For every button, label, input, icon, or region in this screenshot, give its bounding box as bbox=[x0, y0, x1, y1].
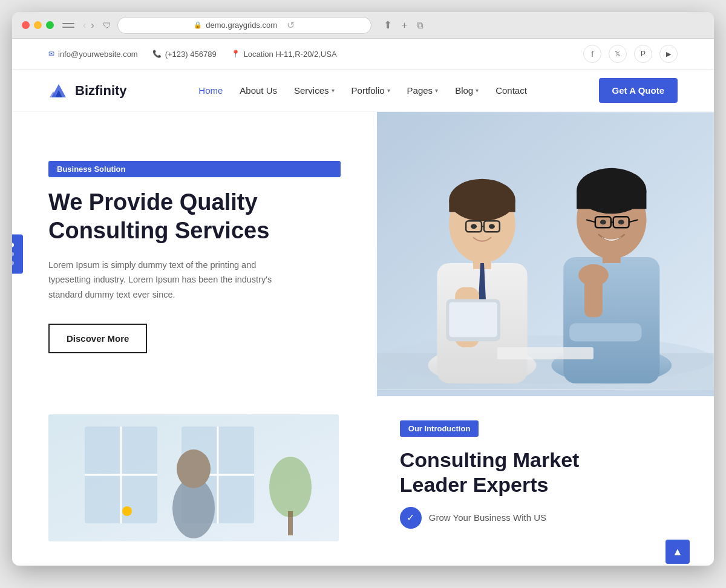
intro-icon-circle: ✓ bbox=[400, 507, 422, 529]
svg-rect-37 bbox=[497, 347, 594, 359]
svg-point-48 bbox=[177, 449, 211, 488]
minimize-dot[interactable] bbox=[34, 21, 42, 29]
location-icon: 📍 bbox=[231, 50, 240, 58]
top-bar-left: ✉ info@yourwebsite.com 📞 (+123) 456789 📍… bbox=[48, 50, 337, 59]
nav-pages[interactable]: Pages ▾ bbox=[407, 85, 439, 96]
discover-more-button[interactable]: Discover More bbox=[48, 324, 147, 353]
svg-point-16 bbox=[489, 224, 495, 229]
svg-rect-26 bbox=[577, 191, 646, 209]
svg-rect-36 bbox=[569, 323, 641, 341]
browser-nav: ‹ › bbox=[83, 20, 94, 31]
email-icon: ✉ bbox=[48, 50, 54, 58]
intro-section: Our Introduction Consulting MarketLeader… bbox=[12, 396, 714, 566]
location-item: 📍 Location H-11,R-20/2,USA bbox=[231, 50, 337, 59]
location-text: Location H-11,R-20/2,USA bbox=[244, 50, 337, 59]
maximize-dot[interactable] bbox=[46, 21, 54, 29]
svg-rect-11 bbox=[450, 200, 515, 212]
svg-rect-46 bbox=[288, 511, 293, 535]
logo-icon bbox=[48, 80, 69, 101]
svg-rect-22 bbox=[563, 257, 659, 384]
svg-point-45 bbox=[269, 457, 312, 517]
sidebar-toggle[interactable] bbox=[62, 23, 74, 28]
address-bar[interactable]: 🔒 demo.graygrids.com ↺ bbox=[117, 17, 371, 34]
close-dot[interactable] bbox=[22, 21, 30, 29]
svg-rect-20 bbox=[450, 302, 498, 338]
scroll-dot-2 bbox=[12, 252, 14, 256]
youtube-icon[interactable]: ▶ bbox=[659, 45, 678, 63]
navbar: Bizfinity Home About Us Services ▾ Portf… bbox=[12, 70, 714, 112]
twitter-icon[interactable]: 𝕏 bbox=[609, 45, 627, 63]
top-bar: ✉ info@yourwebsite.com 📞 (+123) 456789 📍… bbox=[12, 39, 714, 70]
svg-point-15 bbox=[471, 224, 477, 229]
nav-links: Home About Us Services ▾ Portfolio ▾ Pag… bbox=[198, 85, 527, 96]
svg-rect-35 bbox=[584, 269, 603, 318]
hero-section: Business Solution We Provide Quality Con… bbox=[12, 112, 714, 396]
forward-button[interactable]: › bbox=[91, 20, 94, 31]
intro-right: Our Introduction Consulting MarketLeader… bbox=[376, 396, 678, 541]
website-content: ✉ info@yourwebsite.com 📞 (+123) 456789 📍… bbox=[12, 39, 714, 566]
get-quote-button[interactable]: Get A Quote bbox=[599, 78, 678, 103]
new-tab-button[interactable]: + bbox=[402, 20, 407, 31]
logo[interactable]: Bizfinity bbox=[48, 80, 127, 101]
back-button[interactable]: ‹ bbox=[83, 20, 86, 31]
hero-left: Business Solution We Provide Quality Con… bbox=[12, 112, 377, 396]
email-item: ✉ info@yourwebsite.com bbox=[48, 50, 138, 59]
back-to-top-button[interactable]: ▲ bbox=[666, 540, 690, 564]
intro-left bbox=[48, 396, 376, 541]
url-text: demo.graygrids.com bbox=[206, 21, 277, 30]
share-button[interactable]: ⬆ bbox=[384, 19, 392, 31]
scroll-dot-1 bbox=[12, 243, 14, 247]
phone-text: (+123) 456789 bbox=[165, 50, 217, 59]
browser-dots bbox=[22, 21, 54, 29]
lock-icon: 🔒 bbox=[194, 21, 202, 29]
browser-window: ‹ › 🛡 🔒 demo.graygrids.com ↺ ⬆ + ⧉ ✉ inf… bbox=[12, 12, 714, 566]
email-text: info@yourwebsite.com bbox=[58, 50, 138, 59]
hero-image bbox=[377, 112, 714, 390]
svg-point-49 bbox=[122, 506, 132, 516]
scroll-dot-3 bbox=[12, 261, 14, 266]
browser-toolbar-right: ⬆ + ⧉ bbox=[384, 19, 424, 31]
nav-services[interactable]: Services ▾ bbox=[294, 85, 335, 96]
intro-title: Consulting MarketLeader Experts bbox=[400, 448, 678, 497]
services-dropdown-icon: ▾ bbox=[332, 87, 335, 94]
hero-title: We Provide Quality Consulting Services bbox=[48, 188, 341, 246]
svg-point-32 bbox=[600, 220, 606, 224]
browser-titlebar: ‹ › 🛡 🔒 demo.graygrids.com ↺ ⬆ + ⧉ bbox=[12, 12, 714, 39]
svg-point-33 bbox=[618, 220, 624, 224]
nav-about[interactable]: About Us bbox=[240, 85, 277, 96]
logo-text: Bizfinity bbox=[75, 83, 127, 99]
intro-subtitle-wrapper: ✓ Grow Your Business With US bbox=[400, 507, 678, 529]
social-links: f 𝕏 P ▶ bbox=[583, 45, 678, 63]
hero-people-illustration bbox=[377, 112, 714, 390]
hero-badge: Business Solution bbox=[48, 161, 341, 177]
phone-item: 📞 (+123) 456789 bbox=[152, 50, 217, 59]
intro-illustration bbox=[48, 414, 339, 541]
facebook-icon[interactable]: f bbox=[583, 45, 601, 63]
hero-right bbox=[377, 112, 714, 396]
windows-button[interactable]: ⧉ bbox=[417, 20, 424, 31]
pages-dropdown-icon: ▾ bbox=[435, 87, 438, 94]
intro-image bbox=[48, 414, 339, 541]
scroll-indicator bbox=[12, 235, 23, 274]
intro-subtitle: Grow Your Business With US bbox=[429, 512, 546, 523]
nav-home[interactable]: Home bbox=[198, 85, 223, 96]
blog-dropdown-icon: ▾ bbox=[476, 87, 479, 94]
portfolio-dropdown-icon: ▾ bbox=[387, 87, 390, 94]
security-icon: 🛡 bbox=[103, 21, 111, 30]
nav-contact[interactable]: Contact bbox=[495, 85, 527, 96]
intro-badge: Our Introduction bbox=[400, 420, 479, 437]
pinterest-icon[interactable]: P bbox=[634, 45, 652, 63]
nav-blog[interactable]: Blog ▾ bbox=[455, 85, 479, 96]
hero-description: Lorem Ipsum is simply dummy text of the … bbox=[48, 258, 284, 302]
phone-icon: 📞 bbox=[152, 50, 162, 58]
refresh-icon[interactable]: ↺ bbox=[287, 19, 295, 31]
nav-portfolio[interactable]: Portfolio ▾ bbox=[352, 85, 390, 96]
